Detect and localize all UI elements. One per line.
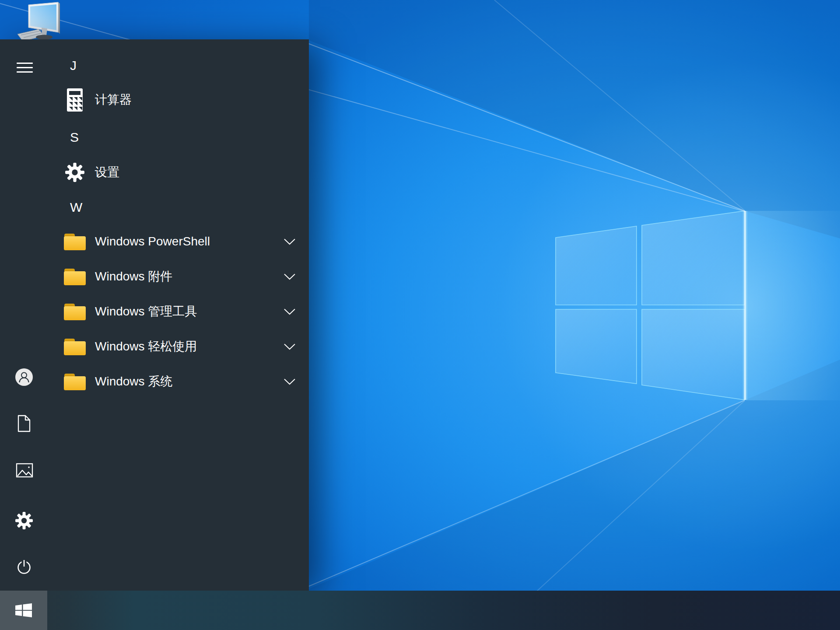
documents-icon[interactable]	[17, 415, 32, 432]
chevron-down-icon[interactable]	[284, 378, 295, 385]
taskbar: vm	[0, 591, 840, 630]
screen: J	[0, 0, 840, 630]
app-item-calculator[interactable]: 计算器	[50, 82, 304, 117]
folder-label: Windows 系统	[95, 373, 172, 390]
start-menu: J	[0, 39, 309, 591]
hamburger-menu-icon[interactable]	[13, 58, 36, 76]
pictures-icon[interactable]	[16, 463, 33, 478]
section-letter: S	[50, 130, 79, 145]
chevron-down-icon[interactable]	[284, 273, 295, 280]
folder-icon	[63, 232, 86, 251]
folder-icon	[63, 267, 86, 286]
this-pc-monitor-icon	[17, 1, 62, 41]
app-label: 计算器	[95, 91, 132, 108]
power-icon[interactable]	[15, 558, 33, 575]
folder-label: Windows 轻松使用	[95, 338, 197, 355]
windows-logo-icon	[15, 603, 32, 617]
chevron-down-icon[interactable]	[284, 343, 295, 350]
app-label: 设置	[95, 164, 119, 181]
folder-item-windows-ease-of-access[interactable]: Windows 轻松使用	[50, 329, 304, 364]
settings-gear-icon	[63, 162, 86, 182]
chevron-down-icon[interactable]	[284, 308, 295, 315]
folder-item-windows-accessories[interactable]: Windows 附件	[50, 259, 304, 294]
folder-label: Windows PowerShell	[95, 234, 210, 248]
start-button[interactable]	[0, 591, 47, 630]
folder-label: Windows 管理工具	[95, 303, 197, 320]
app-item-settings[interactable]: 设置	[50, 155, 304, 190]
section-letter: J	[50, 58, 77, 73]
section-letter: W	[50, 200, 82, 215]
chevron-down-icon[interactable]	[284, 238, 295, 245]
folder-item-windows-powershell[interactable]: Windows PowerShell	[50, 224, 304, 259]
calculator-icon	[63, 88, 86, 112]
folder-icon	[63, 302, 86, 321]
user-avatar-icon[interactable]	[15, 368, 33, 386]
section-header-j[interactable]: J	[50, 48, 304, 83]
folder-item-windows-admin-tools[interactable]: Windows 管理工具	[50, 294, 304, 329]
settings-gear-icon[interactable]	[14, 511, 34, 530]
section-header-s[interactable]: S	[50, 120, 304, 155]
folder-icon	[63, 372, 86, 391]
this-pc-icon[interactable]	[17, 1, 62, 41]
folder-label: Windows 附件	[95, 268, 172, 285]
folder-icon	[63, 337, 86, 356]
section-header-w[interactable]: W	[50, 190, 304, 225]
folder-item-windows-system[interactable]: Windows 系统	[50, 364, 304, 399]
